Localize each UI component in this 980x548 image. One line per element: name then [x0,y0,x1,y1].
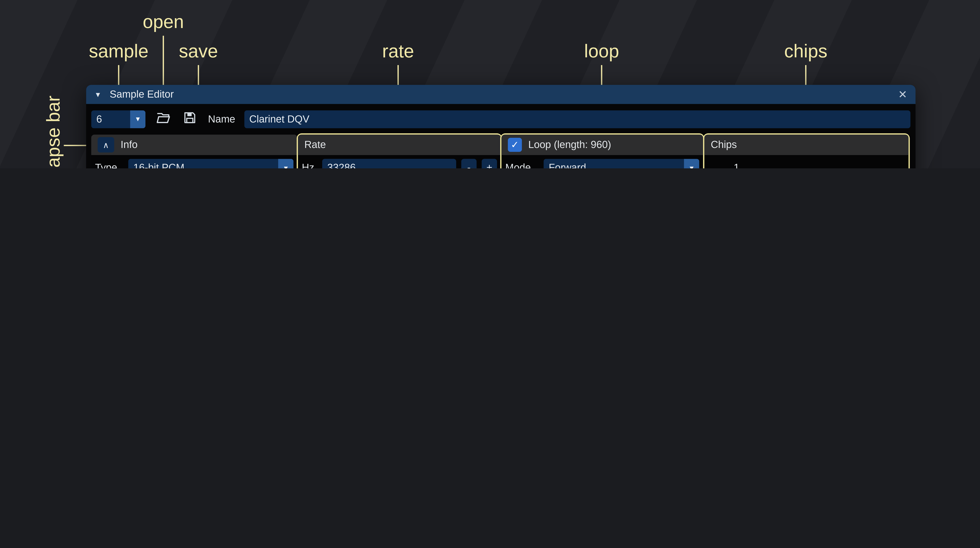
sample-editor-window: ▼ Sample Editor ✕ 6 ▼ Name Clarinet [86,85,915,168]
folder-icon [156,110,171,128]
floppy-icon [182,110,197,127]
dropdown-arrow-icon[interactable]: ▼ [130,110,145,128]
dropdown-arrow-icon[interactable]: ▼ [684,159,699,168]
chips-panel: Chips 1 A ✓ [705,135,908,168]
collapse-info-button[interactable]: ∧ [98,137,114,153]
open-button[interactable] [153,109,173,129]
close-icon[interactable]: ✕ [898,88,907,101]
hz-minus-button[interactable]: - [461,159,476,168]
sample-number-value: 6 [91,110,130,128]
title-bar: ▼ Sample Editor ✕ [86,85,915,104]
annotation-loop: loop [584,41,619,62]
annotation-save: save [179,41,218,62]
chips-column-row: 1 [708,159,905,168]
chips-panel-header: Chips [705,135,908,155]
panels-row: ∧ Info Type 16-bit PCM ▼ ✓ BRR emphasis [91,135,908,168]
name-label: Name [208,113,235,125]
rate-panel: Rate Hz 33286 - + Note C-7 ▼ [298,135,501,168]
rate-panel-title: Rate [304,139,326,151]
loop-panel-header: ✓ Loop (length: 960) [501,135,703,155]
loop-mode-label: Mode [505,162,538,168]
info-panel: ∧ Info Type 16-bit PCM ▼ ✓ BRR emphasis [91,135,297,168]
chips-panel-title: Chips [711,139,737,151]
name-row: 6 ▼ Name Clarinet DQV [91,108,910,129]
chevron-up-icon: ∧ [103,140,109,150]
type-select-value: 16-bit PCM [128,159,278,168]
name-input[interactable]: Clarinet DQV [244,110,910,128]
window-title: Sample Editor [110,89,174,100]
info-panel-header: ∧ Info [91,135,297,155]
annotation-open: open [143,11,184,32]
chips-column-header: 1 [733,162,739,168]
hz-input-value: 33286 [327,162,356,168]
hz-input[interactable]: 33286 [322,159,456,168]
loop-mode-row: Mode Forward ▼ [505,159,699,168]
sample-number-select[interactable]: 6 ▼ [91,110,145,128]
hz-plus-button[interactable]: + [482,159,497,168]
check-icon: ✓ [511,139,519,151]
loop-mode-select[interactable]: Forward ▼ [544,159,699,168]
loop-panel: ✓ Loop (length: 960) Mode Forward ▼ Star… [501,135,703,168]
name-input-value: Clarinet DQV [249,113,310,125]
screenshot-stage: sample open save rate loop chips collaps… [0,0,980,168]
annotation-collapse-bar: collapse bar [43,96,64,168]
type-label: Type [95,162,123,168]
hz-row: Hz 33286 - + [302,159,497,168]
loop-mode-value: Forward [544,159,684,168]
window-collapse-icon[interactable]: ▼ [94,91,101,98]
type-select[interactable]: 16-bit PCM ▼ [128,159,293,168]
hz-label: Hz [302,162,317,168]
type-row: Type 16-bit PCM ▼ [95,159,293,168]
dropdown-arrow-icon[interactable]: ▼ [278,159,293,168]
annotation-sample: sample [89,41,148,62]
loop-panel-title: Loop (length: 960) [528,139,611,151]
annotation-chips: chips [784,41,827,62]
rate-panel-header: Rate [298,135,501,155]
loop-enable-checkbox[interactable]: ✓ [508,138,522,152]
info-panel-title: Info [121,139,138,151]
annotation-rate: rate [382,41,414,62]
save-button[interactable] [179,109,200,129]
